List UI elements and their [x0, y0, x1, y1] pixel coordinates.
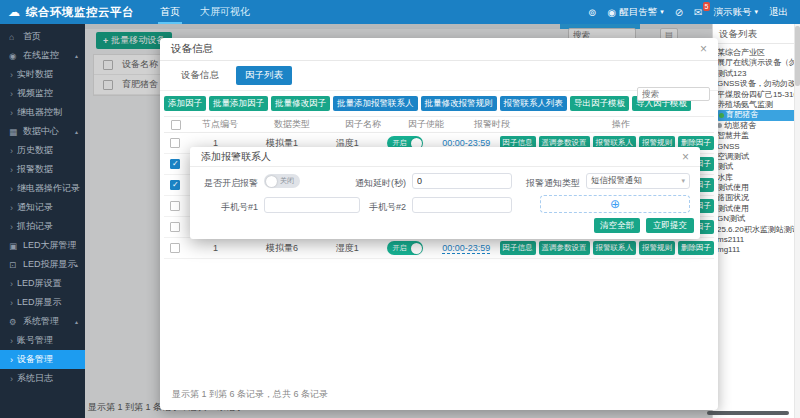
device-tree-item-2[interactable]: 测试123: [717, 69, 800, 79]
sidebar-item-10[interactable]: ›抓拍记录: [0, 217, 85, 236]
action-button-0[interactable]: 因子信息: [500, 241, 536, 255]
device-name: 空调测试: [717, 152, 749, 162]
device-tree-item-0[interactable]: 某综合产业区: [717, 48, 800, 58]
device-tree-item-4[interactable]: 平煤股份四矿己15-31010: [717, 90, 800, 100]
modal-title: 设备信息: [171, 42, 213, 56]
dialog-titlebar: 添加报警联系人 ×: [190, 147, 700, 167]
toolbar-button-3[interactable]: 批量添加报警联系人: [333, 96, 418, 111]
horizontal-scrollbar-thumb[interactable]: [707, 411, 789, 415]
device-tree-item-8[interactable]: 智慧井盖: [717, 131, 800, 141]
sidebar-item-13[interactable]: ›LED屏设置: [0, 274, 85, 293]
row-checkbox[interactable]: [170, 138, 180, 148]
toolbar-button-1[interactable]: 批量添加因子: [209, 96, 268, 111]
device-tree-item-15[interactable]: 测试使用: [717, 204, 800, 214]
device-tree-item-11[interactable]: 测试: [717, 162, 800, 172]
enable-alarm-toggle[interactable]: 关闭: [264, 174, 300, 188]
row-checkbox[interactable]: [170, 180, 180, 190]
sidebar-item-3[interactable]: ›视频监控: [0, 84, 85, 103]
messages-button[interactable]: ✉ 5: [694, 7, 702, 18]
nav-home[interactable]: 首页: [150, 0, 190, 24]
sidebar-item-14[interactable]: ›LED屏显示: [0, 293, 85, 312]
panel-scrollbar-thumb[interactable]: [795, 26, 800, 86]
device-tree-item-3[interactable]: GNSS设备，勿动勿改: [717, 79, 800, 89]
sidebar-item-16[interactable]: ›账号管理: [0, 331, 85, 350]
add-phone-button[interactable]: ⊕: [540, 195, 690, 213]
device-tree-item-9[interactable]: GNSS: [717, 142, 800, 152]
alarm-type-select[interactable]: 短信报警通知 ▾: [586, 173, 690, 189]
action-button-2[interactable]: 报警联系人: [593, 241, 637, 255]
factor-enable-toggle[interactable]: 开启: [387, 241, 423, 255]
panel-scrollbar-track[interactable]: [794, 24, 800, 418]
sidebar-item-8[interactable]: ›继电器操作记录: [0, 179, 85, 198]
device-tree-item-18[interactable]: ms2111: [717, 235, 800, 245]
toolbar-button-2[interactable]: 批量修改因子: [271, 96, 330, 111]
tab-device-info[interactable]: 设备信息: [172, 66, 228, 85]
device-tree-item-17[interactable]: 25.6.20积水监测站测试: [717, 225, 800, 235]
action-button-4[interactable]: 删除因子: [678, 241, 714, 255]
action-button-3[interactable]: 报警规则: [639, 241, 675, 255]
logout-button[interactable]: 退出: [769, 6, 788, 19]
device-tree-item-16[interactable]: GN测试: [717, 214, 800, 224]
row-checkbox[interactable]: [170, 243, 180, 253]
action-button-1[interactable]: 遥调参数设置: [539, 241, 590, 255]
mute-alarm-icon[interactable]: ⊘: [675, 7, 683, 18]
phone1-input[interactable]: [264, 197, 360, 213]
device-tree-item-6[interactable]: 育肥猪舍: [717, 110, 800, 120]
toolbar-button-6[interactable]: 导出因子模板: [570, 96, 629, 111]
sidebar-item-4[interactable]: ›继电器控制: [0, 103, 85, 122]
sidebar-item-5[interactable]: ▦数据中心▴: [0, 122, 85, 141]
factor-search-input[interactable]: [637, 87, 710, 101]
device-tree-item-19[interactable]: mg111: [717, 245, 800, 255]
submit-button[interactable]: 立即提交: [646, 218, 694, 233]
chevron-down-icon: ▾: [681, 177, 685, 185]
device-name: mg111: [717, 245, 740, 255]
row-checkbox[interactable]: [170, 201, 180, 211]
sidebar-item-9[interactable]: ›通知记录: [0, 198, 85, 217]
notify-delay-input[interactable]: [412, 173, 512, 189]
account-menu[interactable]: 演示账号 ▾: [713, 6, 758, 19]
sidebar-item-11[interactable]: ▣LED大屏管理: [0, 236, 85, 255]
chevron-right-icon: ›: [10, 298, 13, 308]
row-actions: 因子信息遥调参数设置报警联系人报警规则删除因子: [498, 241, 715, 255]
toolbar-button-0[interactable]: 添加因子: [164, 96, 206, 111]
toolbar-button-5[interactable]: 报警联系人列表: [500, 96, 568, 111]
select-all-checkbox[interactable]: [171, 120, 181, 130]
modal-close-icon[interactable]: ×: [700, 42, 707, 56]
device-tree-item-5[interactable]: 养殖场氨气监测: [717, 100, 800, 110]
device-tree-item-1[interactable]: 展厅在线演示设备（勿动）: [717, 58, 800, 68]
toolbar-button-4[interactable]: 批量修改报警规则: [421, 96, 497, 111]
sidebar-item-2[interactable]: ›实时数据: [0, 65, 85, 84]
device-tree-item-12[interactable]: 水库: [717, 173, 800, 183]
device-tree-item-10[interactable]: 空调测试: [717, 152, 800, 162]
cast-icon: ⊡: [9, 260, 20, 270]
row-checkbox[interactable]: [170, 222, 180, 232]
device-name: 育肥猪舍: [726, 110, 758, 120]
sidebar-item-18[interactable]: ›系统日志: [0, 369, 85, 388]
monitor-icon: ◉: [9, 51, 20, 61]
nav-bigscreen[interactable]: 大屏可视化: [190, 0, 260, 24]
sidebar-item-7[interactable]: ›报警数据: [0, 160, 85, 179]
sidebar-item-1[interactable]: ◉在线监控▴: [0, 46, 85, 65]
app-title: 综合环境监控云平台: [26, 5, 134, 20]
chevron-right-icon: ›: [10, 165, 13, 175]
sidebar-item-0[interactable]: ⌂首页: [0, 27, 85, 46]
phone2-input[interactable]: [412, 197, 512, 213]
clear-all-button[interactable]: 清空全部: [594, 218, 640, 233]
device-tree-item-14[interactable]: 路面状况: [717, 193, 800, 203]
announcement-icon[interactable]: ⊚: [588, 7, 596, 18]
alarm-period-link[interactable]: 00:00-23:59: [442, 243, 490, 254]
sidebar-item-15[interactable]: ⚙系统管理▴: [0, 312, 85, 331]
chevron-right-icon: ›: [10, 70, 13, 80]
alert-menu[interactable]: ◉ 醒目告警 ▾: [607, 6, 663, 19]
sidebar-item-6[interactable]: ›历史数据: [0, 141, 85, 160]
dialog-close-icon[interactable]: ×: [682, 150, 689, 164]
row-checkbox[interactable]: [170, 159, 180, 169]
device-name: 水库: [717, 173, 733, 183]
device-tree-item-7[interactable]: 幼崽猪舍: [717, 121, 800, 131]
device-tree-item-13[interactable]: 测试使用: [717, 183, 800, 193]
sidebar-item-17[interactable]: ›设备管理: [0, 350, 85, 369]
row-checkbox-cell: [164, 201, 186, 212]
tab-factor-list[interactable]: 因子列表: [236, 66, 292, 85]
sidebar-item-12[interactable]: ⊡LED投屏显示▴: [0, 255, 85, 274]
column-header: 报警时段: [458, 118, 526, 131]
